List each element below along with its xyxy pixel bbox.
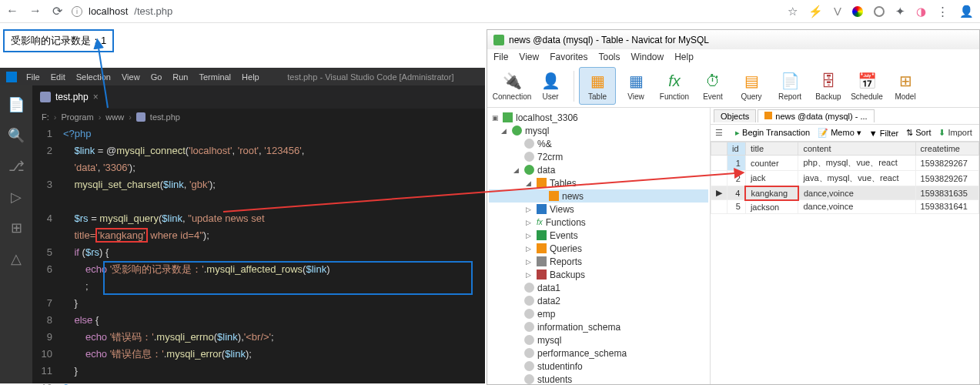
breadcrumb[interactable]: F:› Program› www› test.php xyxy=(32,109,485,126)
tool-user[interactable]: 👤User xyxy=(532,68,569,104)
reload-icon[interactable]: ⟳ xyxy=(52,4,62,18)
tree-node[interactable]: %& xyxy=(489,137,708,150)
tree-node[interactable]: ▷Reports xyxy=(489,255,708,268)
address-bar[interactable]: i localhost/test.php xyxy=(72,5,172,17)
column-header[interactable]: id xyxy=(727,142,746,156)
column-header[interactable]: content xyxy=(798,142,915,156)
menu-icon[interactable]: ⋮ xyxy=(937,5,948,18)
tree-node[interactable]: performance_schema xyxy=(489,346,708,360)
crumb[interactable]: www xyxy=(105,112,124,122)
tree-node[interactable]: ▷Events xyxy=(489,229,708,242)
menu-item[interactable]: Go xyxy=(151,72,162,82)
menu-item[interactable]: View xyxy=(519,52,539,62)
tool-model[interactable]: ⊞Model xyxy=(887,68,924,104)
table-row[interactable]: 1 counter php、mysql、vue、react 1593829267 xyxy=(711,156,979,171)
tree-node[interactable]: ▣localhost_3306 xyxy=(489,111,708,124)
explorer-icon[interactable]: 📄 xyxy=(8,96,25,113)
tree-node[interactable]: 72crm xyxy=(489,150,708,163)
menu-icon[interactable]: ☰ xyxy=(715,128,727,138)
column-header[interactable]: title xyxy=(745,142,798,156)
connection-tree[interactable]: ▣localhost_3306 ◢mysql %& 72crm ◢data ◢T… xyxy=(487,108,711,384)
browser-nav: ← → ⟳ xyxy=(6,4,62,18)
filter-button[interactable]: ▼ Filter xyxy=(869,129,898,138)
menu-item[interactable]: Help xyxy=(242,72,259,82)
menu-item[interactable]: File xyxy=(493,52,508,62)
column-header[interactable]: createtime xyxy=(915,142,978,156)
crumb[interactable]: F: xyxy=(42,112,49,122)
forward-icon[interactable]: → xyxy=(29,4,42,18)
tree-node[interactable]: ▷fx Functions xyxy=(489,216,708,229)
user-icon: 👤 xyxy=(540,71,561,91)
ext-icon[interactable] xyxy=(874,6,885,17)
menu-item[interactable]: Edit xyxy=(51,72,65,82)
tool-event[interactable]: ⏱Event xyxy=(694,68,731,104)
table-row[interactable]: 5 jackson dance,voince 1593831641 xyxy=(711,200,979,214)
extensions-icon[interactable]: ⊞ xyxy=(8,219,25,236)
table-pane: Objects news @data (mysql) - ... ☰ ▸ Beg… xyxy=(711,108,979,384)
tree-node[interactable]: mysql xyxy=(489,333,708,346)
tool-view[interactable]: ▦View xyxy=(617,68,654,104)
tool-backup[interactable]: 🗄Backup xyxy=(810,68,847,104)
table-header: id title content createtime xyxy=(711,142,979,156)
tree-node[interactable]: data1 xyxy=(489,281,708,294)
star-icon[interactable]: ☆ xyxy=(788,5,798,18)
tool-table[interactable]: ▦Table xyxy=(579,67,616,105)
info-icon[interactable]: i xyxy=(72,6,82,17)
ext-icon[interactable]: ✦ xyxy=(895,5,905,18)
tree-node[interactable]: students xyxy=(489,373,708,384)
tree-node[interactable]: information_schema xyxy=(489,320,708,333)
tool-report[interactable]: 📄Report xyxy=(771,68,808,104)
tree-node[interactable]: ◢mysql xyxy=(489,124,708,137)
search-icon[interactable]: 🔍 xyxy=(8,127,25,144)
menu-item[interactable]: Window xyxy=(631,52,664,62)
table-row[interactable]: 2 jack java、mysql、vue、react 1593829267 xyxy=(711,171,979,186)
editor-tab[interactable]: test.php × xyxy=(32,85,106,109)
menu-item[interactable]: Selection xyxy=(76,72,111,82)
menu-item[interactable]: Run xyxy=(172,72,188,82)
tree-node[interactable]: ◢data xyxy=(489,163,708,176)
tree-node[interactable]: studentinfo xyxy=(489,360,708,373)
tree-node[interactable]: ◢Tables xyxy=(489,176,708,189)
menu-item[interactable]: Help xyxy=(674,52,694,62)
sort-button[interactable]: ⇅ Sort xyxy=(906,128,931,138)
tree-node-selected[interactable]: news xyxy=(489,189,708,203)
ext-icon[interactable]: ◑ xyxy=(916,5,926,18)
import-button[interactable]: ⬇ Import xyxy=(938,128,972,138)
tool-connection[interactable]: 🔌Connection xyxy=(493,68,530,104)
begin-transaction-button[interactable]: ▸ Begin Transaction xyxy=(735,128,810,138)
tree-node[interactable]: ▷Queries xyxy=(489,242,708,255)
crumb[interactable]: Program xyxy=(61,112,93,122)
page-output: 受影响的记录数是：1 xyxy=(3,29,114,52)
code-content[interactable]: <?php $link = @mysqli_connect('localhost… xyxy=(63,126,485,385)
ext-icon[interactable]: ⚡ xyxy=(808,5,823,18)
tool-schedule[interactable]: 📅Schedule xyxy=(848,68,885,104)
tree-node[interactable]: emp xyxy=(489,307,708,320)
code-editor[interactable]: 12345678910111213 <?php $link = @mysqli_… xyxy=(32,126,485,385)
testing-icon[interactable]: △ xyxy=(8,250,25,267)
menu-item[interactable]: Tools xyxy=(599,52,620,62)
tree-node[interactable]: data2 xyxy=(489,294,708,307)
user-icon[interactable]: 👤 xyxy=(959,5,974,18)
crumb[interactable]: test.php xyxy=(150,112,180,122)
menu-item[interactable]: Favorites xyxy=(550,52,587,62)
scm-icon[interactable]: ⎇ xyxy=(8,158,25,175)
vscode-window: File Edit Selection View Go Run Terminal… xyxy=(0,68,485,383)
tool-query[interactable]: ▤Query xyxy=(733,68,770,104)
menu-item[interactable]: Terminal xyxy=(199,72,232,82)
tab-news[interactable]: news @data (mysql) - ... xyxy=(758,109,874,122)
tree-node[interactable]: ▷Backups xyxy=(489,268,708,281)
memo-button[interactable]: 📝 Memo ▾ xyxy=(818,128,861,138)
menu-item[interactable]: View xyxy=(122,72,140,82)
menu-item[interactable]: File xyxy=(26,72,40,82)
tab-objects[interactable]: Objects xyxy=(714,109,756,122)
tool-function[interactable]: fxFunction xyxy=(656,68,693,104)
view-icon: ▦ xyxy=(625,71,647,91)
debug-icon[interactable]: ▷ xyxy=(8,189,25,206)
ext-icon[interactable]: V xyxy=(834,5,841,18)
table-row-selected[interactable]: ▶ 4 kangkang dance,voince 1593831635 xyxy=(711,186,979,200)
ext-icon[interactable] xyxy=(852,6,863,17)
data-grid[interactable]: id title content createtime 1 counter ph… xyxy=(711,142,979,384)
back-icon[interactable]: ← xyxy=(6,4,18,18)
tree-node[interactable]: ▷Views xyxy=(489,203,708,216)
close-icon[interactable]: × xyxy=(93,92,99,102)
